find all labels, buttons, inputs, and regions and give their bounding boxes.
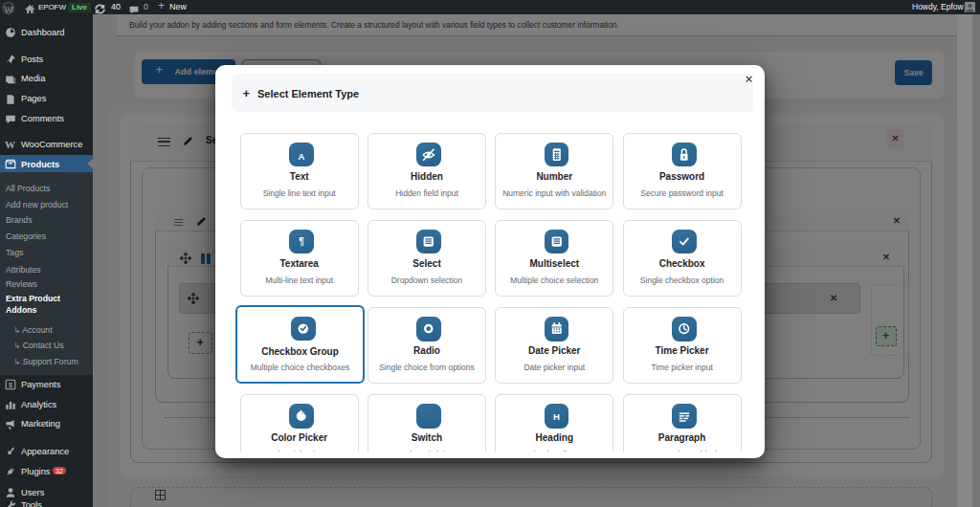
- svg-text:$: $: [9, 381, 12, 389]
